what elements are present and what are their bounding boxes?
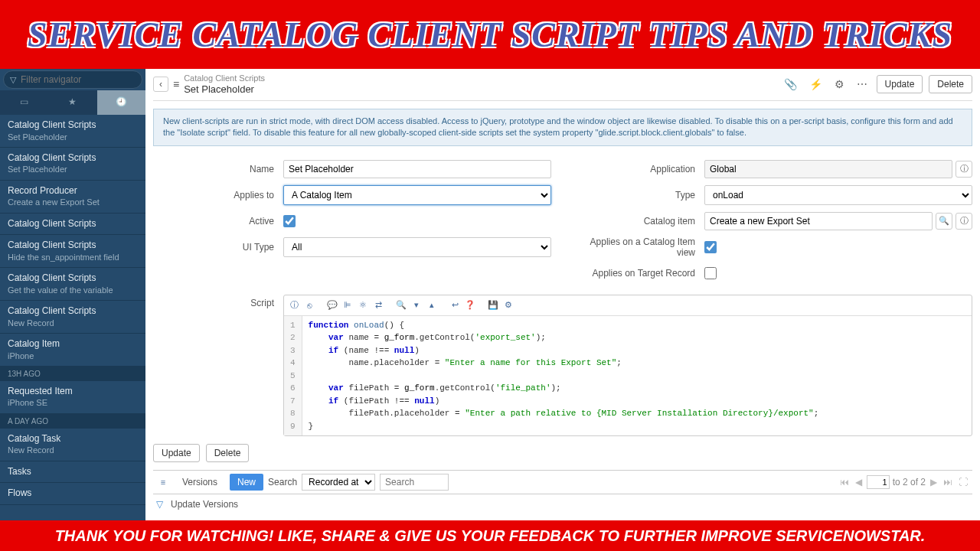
nav-tab-favorites[interactable]: ★ — [48, 90, 96, 115]
pager: ⏮ ◀ to 2 of 2 ▶ ⏭ ⛶ — [838, 475, 969, 489]
last-page-icon[interactable]: ⏭ — [942, 477, 954, 487]
type-select[interactable]: onLoad — [704, 185, 972, 205]
related-subhead: ▽ Update Versions — [153, 494, 972, 514]
nav-tab-history[interactable]: 🕘 — [97, 90, 145, 115]
attachment-icon[interactable]: 📎 — [781, 77, 800, 92]
col-source[interactable]: ≡Source — [588, 514, 902, 520]
search-input[interactable] — [380, 474, 449, 491]
nav-item[interactable]: Catalog TaskNew Record — [0, 429, 145, 461]
search-field-select[interactable]: Recorded at — [302, 474, 375, 491]
name-input[interactable] — [283, 160, 551, 178]
delete-button[interactable]: Delete — [206, 444, 250, 462]
expand-icon[interactable]: ⛶ — [957, 477, 969, 487]
banner-top: SERVICE CATALOG CLIENT SCRIPT TIPS AND T… — [0, 0, 980, 69]
back-button[interactable]: ‹ — [153, 77, 168, 92]
new-button[interactable]: New — [230, 474, 263, 491]
application-label: Application — [574, 164, 704, 174]
tree-icon[interactable]: ⎋ — [302, 298, 316, 312]
filter-navigator[interactable]: ▽ — [3, 70, 142, 89]
info-icon[interactable]: ⓘ — [956, 213, 972, 230]
nav-item[interactable]: Flows — [0, 483, 145, 505]
replace-icon[interactable]: ⇄ — [371, 298, 385, 312]
comment-icon[interactable]: 💬 — [325, 298, 339, 312]
nav-tab-apps[interactable]: ▭ — [0, 90, 48, 115]
wrap-icon[interactable]: ↩ — [448, 298, 462, 312]
ops-icon[interactable]: ⚛ — [356, 298, 370, 312]
next-page-icon[interactable]: ▶ — [929, 477, 939, 487]
catalog-item-label: Catalog item — [574, 216, 704, 227]
down-icon[interactable]: ▾ — [410, 298, 423, 312]
funnel-icon[interactable]: ▽ — [156, 499, 163, 510]
list-menu-icon[interactable]: ≡ — [156, 475, 170, 489]
nav-item[interactable]: Catalog Client ScriptsGet the value of t… — [0, 268, 145, 301]
menu-icon[interactable]: ≡ — [173, 78, 179, 90]
catalog-item-input[interactable] — [704, 212, 933, 230]
applies-cat-view-checkbox[interactable] — [704, 241, 717, 253]
versions-table: ⚙ 🔍 ≡Name ≡Recorded at ≡State ≡Source ≡R… — [153, 514, 972, 520]
nav-item[interactable]: Requested ItemiPhone SE — [0, 381, 145, 414]
applies-to-label: Applies to — [153, 190, 283, 201]
form: Name Applies to A Catalog Item Active UI… — [153, 154, 972, 289]
ui-type-select[interactable]: All — [283, 237, 551, 257]
script-code[interactable]: 123456789 function onLoad() { var name =… — [284, 316, 972, 436]
up-icon[interactable]: ▴ — [425, 298, 439, 312]
name-label: Name — [153, 164, 283, 174]
search-label: Search — [268, 477, 297, 487]
active-label: Active — [153, 216, 283, 227]
first-page-icon[interactable]: ⏮ — [838, 477, 851, 487]
script-field: Script ⓘ ⎋ 💬 ⊫ ⚛ ⇄ 🔍 ▾ ▴ ↩ ❓ — [153, 295, 972, 437]
lookup-icon[interactable]: 🔍 — [936, 213, 952, 230]
col-state[interactable]: ≡State — [540, 514, 588, 520]
header-title: Set Placeholder — [184, 83, 776, 96]
nav-section: 13H AGO — [0, 367, 145, 381]
script-toolbar: ⓘ ⎋ 💬 ⊫ ⚛ ⇄ 🔍 ▾ ▴ ↩ ❓ 💾 ⚙ — [284, 295, 972, 316]
delete-button[interactable]: Delete — [929, 75, 972, 93]
script-gutter: 123456789 — [284, 316, 302, 436]
nav-list: Catalog Client ScriptsSet Placeholder Ca… — [0, 115, 145, 520]
nav-item[interactable]: Catalog Client Scripts — [0, 214, 145, 236]
applies-target-checkbox[interactable] — [704, 267, 717, 279]
save-icon[interactable]: 💾 — [486, 298, 500, 312]
update-button[interactable]: Update — [877, 75, 923, 93]
help-icon[interactable]: ❓ — [463, 298, 477, 312]
applies-to-select[interactable]: A Catalog Item — [283, 185, 551, 205]
col-recorded[interactable]: ≡Recorded at — [451, 514, 539, 520]
type-label: Type — [574, 190, 704, 201]
sidebar: ▽ ▭ ★ 🕘 Catalog Client ScriptsSet Placeh… — [0, 69, 145, 520]
subhead-text: Update Versions — [171, 499, 238, 510]
nav-item[interactable]: Tasks — [0, 461, 145, 484]
search-icon[interactable]: 🔍 — [394, 298, 408, 312]
script-body[interactable]: function onLoad() { var name = g_form.ge… — [302, 316, 972, 436]
active-checkbox[interactable] — [283, 215, 296, 227]
nav-item[interactable]: Catalog Client ScriptsSet Placeholder — [0, 148, 145, 181]
info-box: New client-scripts are run in strict mod… — [153, 109, 972, 146]
prev-page-icon[interactable]: ◀ — [854, 477, 864, 487]
nav-item[interactable]: Catalog Client ScriptsSet Placeholder — [0, 115, 145, 148]
nav-tabs: ▭ ★ 🕘 — [0, 90, 145, 115]
toggle-icon[interactable]: ⚙ — [501, 298, 515, 312]
applies-target-label: Applies on Target Record — [574, 268, 704, 279]
banner-top-text: SERVICE CATALOG CLIENT SCRIPT TIPS AND T… — [28, 15, 952, 55]
update-button[interactable]: Update — [153, 444, 200, 462]
col-name[interactable]: ≡Name — [194, 514, 451, 520]
nav-item[interactable]: Record ProducerCreate a new Export Set — [0, 181, 145, 214]
related-list-bar: ≡ Versions New Search Recorded at ⏮ ◀ to… — [153, 470, 972, 494]
form-buttons: Update Delete — [153, 444, 972, 462]
header-supertitle: Catalog Client Scripts — [184, 73, 776, 83]
info-icon[interactable]: ⓘ — [956, 161, 972, 178]
funnel-icon: ▽ — [10, 75, 16, 85]
settings-icon[interactable]: ⚙ — [831, 77, 848, 92]
filter-input[interactable] — [21, 74, 136, 85]
page-input[interactable] — [867, 475, 890, 489]
versions-tab[interactable]: Versions — [175, 474, 225, 491]
activity-icon[interactable]: ⚡ — [806, 77, 825, 92]
nav-section: A DAY AGO — [0, 414, 145, 429]
format-icon[interactable]: ⊫ — [341, 298, 354, 312]
info-icon[interactable]: ⓘ — [287, 298, 301, 312]
ui-type-label: UI Type — [153, 242, 283, 253]
nav-item[interactable]: Catalog ItemiPhone — [0, 334, 145, 367]
more-icon[interactable]: ⋯ — [854, 77, 871, 92]
nav-item[interactable]: Catalog Client ScriptsHide the sn_appoin… — [0, 235, 145, 268]
col-reverted[interactable]: ≡Reverted from — [901, 514, 972, 520]
nav-item[interactable]: Catalog Client ScriptsNew Record — [0, 301, 145, 334]
